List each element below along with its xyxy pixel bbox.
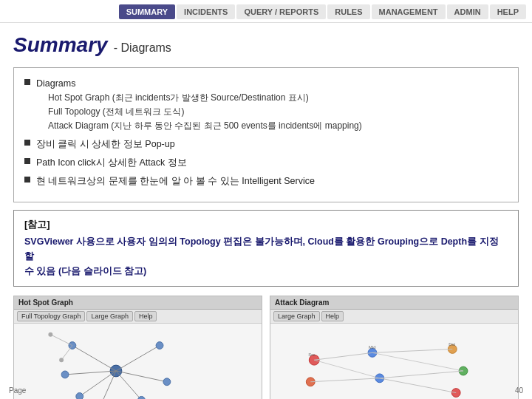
svg-line-3 [116, 345, 160, 370]
hotspot-graph-toolbar: Full Topology Graph Large Graph Help [14, 310, 262, 324]
hotspot-large-graph-btn[interactable]: Large Graph [86, 311, 133, 321]
hotspot-graph-title: Hot Spot Graph [14, 296, 262, 310]
svg-text:Mid: Mid [369, 345, 376, 349]
bullet-diagrams-sub3: Attack Diagram (지난 하루 동안 수집된 최근 500 even… [36, 119, 362, 133]
attack-diagram-toolbar: Large Graph Help [270, 310, 518, 324]
reference-label: [참고] [24, 218, 508, 231]
top-nav: SUMMARY INCIDENTS QUERY / REPORTS RULES … [0, 0, 532, 23]
bullet-network: 현 네트워크상의 문제를 한눈에 알 아 볼 수 있는 Intelligent … [24, 174, 508, 188]
nav-summary[interactable]: SUMMARY [119, 4, 175, 19]
bullet-equipment-label: 장비 클릭 시 상세한 정보 Pop-up [36, 139, 175, 149]
bullet-diagrams: Diagrams Hot Spot Graph (최근 incidents가 발… [24, 77, 508, 133]
content-box: Diagrams Hot Spot Graph (최근 incidents가 발… [13, 67, 519, 202]
full-topology-btn[interactable]: Full Topology Graph [17, 311, 85, 321]
svg-line-1 [72, 345, 116, 370]
nav-query-reports[interactable]: QUERY / REPORTS [236, 4, 326, 19]
nav-management[interactable]: MANAGEMENT [372, 4, 446, 19]
footer-right: 40 [515, 386, 523, 395]
page-title-row: Summary - Diagrams [13, 33, 519, 57]
nav-help[interactable]: HELP [490, 4, 526, 19]
svg-point-8 [163, 378, 171, 385]
bullet-diagrams-sub1: Hot Spot Graph (최근 incidents가 발생한 Source… [36, 91, 362, 105]
svg-line-27 [310, 378, 380, 381]
svg-point-6 [61, 371, 69, 378]
nav-admin[interactable]: ADMIN [447, 4, 488, 19]
svg-text:Dst: Dst [449, 341, 455, 346]
svg-line-30 [380, 371, 463, 378]
bullet-diagrams-sub2: Full Topology (전체 네트워크 도식) [36, 105, 362, 119]
hotspot-graph-panel: Hot Spot Graph Full Topology Graph Large… [13, 296, 262, 399]
svg-line-11 [116, 371, 141, 399]
hotspot-help-btn[interactable]: Help [134, 311, 157, 321]
svg-line-15 [50, 334, 72, 345]
reference-text: SVGViewer 사용으로 사용자 임의의 Topology 편집은 불가능하… [24, 234, 508, 279]
svg-line-9 [101, 371, 116, 399]
bullet-square-icon-2 [24, 140, 30, 146]
bullet-diagrams-label: Diagrams [36, 78, 76, 89]
page-title: Summary [13, 33, 108, 57]
attack-diagram-panel: Attack Diagram Large Graph Help [270, 296, 519, 399]
svg-line-26 [314, 352, 372, 360]
bullet-square-icon-3 [24, 158, 30, 164]
svg-line-28 [314, 360, 380, 378]
bullet-square-icon-4 [24, 177, 30, 183]
svg-line-17 [61, 345, 72, 360]
svg-line-29 [372, 349, 452, 352]
page-subtitle: - Diagrams [114, 41, 171, 55]
svg-point-4 [156, 341, 163, 349]
bullet-equipment: 장비 클릭 시 상세한 정보 Pop-up [24, 137, 508, 151]
bullet-path: Path Icon click시 상세한 Attack 정보 [24, 156, 508, 170]
attack-large-graph-btn[interactable]: Large Graph [273, 311, 320, 321]
svg-text:Src: Src [308, 352, 315, 357]
reference-box: [참고] SVGViewer 사용으로 사용자 임의의 Topology 편집은… [13, 210, 519, 287]
attack-help-btn[interactable]: Help [321, 311, 344, 321]
bullet-network-label: 현 네트워크상의 문제를 한눈에 알 아 볼 수 있는 Intelligent … [36, 176, 315, 186]
main-content: Summary - Diagrams Diagrams Hot Spot Gra… [0, 23, 532, 399]
svg-line-5 [65, 371, 116, 375]
footer: Page 40 [0, 386, 532, 395]
nav-rules[interactable]: RULES [327, 4, 369, 19]
diagrams-row: Hot Spot Graph Full Topology Graph Large… [13, 296, 519, 399]
svg-point-18 [59, 358, 64, 362]
attack-diagram-title: Attack Diagram [270, 296, 518, 310]
nav-incidents[interactable]: INCIDENTS [177, 4, 235, 19]
bullet-square-icon [24, 79, 30, 85]
svg-line-32 [372, 352, 463, 371]
footer-left: Page [9, 386, 26, 395]
svg-point-16 [48, 332, 52, 336]
bullet-path-label: Path Icon click시 상세한 Attack 정보 [36, 157, 187, 168]
